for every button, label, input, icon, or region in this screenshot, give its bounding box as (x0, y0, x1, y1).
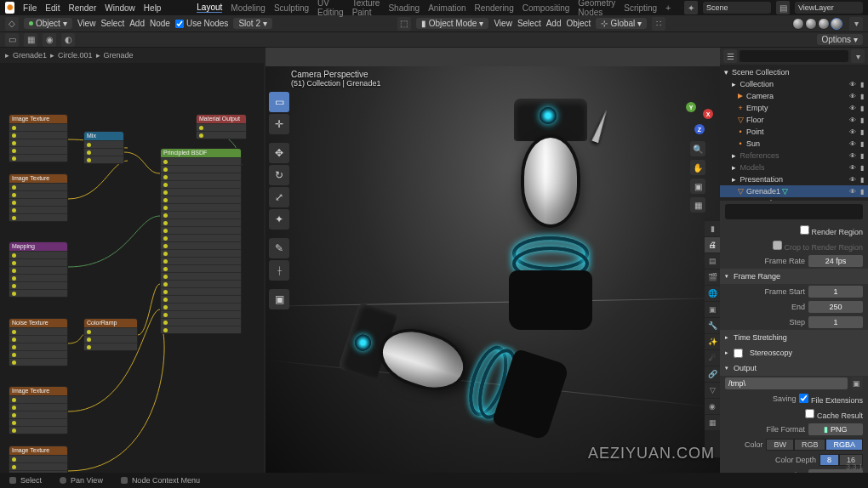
workspace-tab[interactable]: Compositing (523, 3, 570, 13)
section-frame-range[interactable]: Frame Range (720, 269, 868, 284)
shading-wireframe-icon[interactable] (792, 18, 804, 30)
eye-icon[interactable]: 👁 (848, 104, 857, 112)
viewport-shading-selector[interactable] (791, 16, 844, 31)
tool-measure-icon[interactable]: ⟊ (269, 260, 289, 281)
snap-mode-icon[interactable]: ▦ (24, 33, 37, 47)
shader-node[interactable]: Principled BSDF (160, 148, 242, 334)
axis-z-icon[interactable]: Z (694, 124, 705, 134)
tool-move-icon[interactable]: ✥ (269, 143, 289, 163)
use-nodes-toggle[interactable]: Use Nodes (175, 19, 228, 28)
tab-data-icon[interactable]: ▽ (705, 383, 720, 398)
outliner-row[interactable]: Sun 👁▮ (720, 138, 868, 150)
frame-step-field[interactable]: 1 (808, 316, 863, 328)
tool-add-mesh-icon[interactable]: ▣ (269, 289, 289, 309)
vp-menu-object[interactable]: Object (566, 19, 591, 28)
tab-material-icon[interactable]: ◉ (705, 399, 720, 414)
tab-physics-icon[interactable]: ☄ (705, 350, 720, 366)
properties-panel[interactable]: Render Region Crop to Render Region Fram… (720, 201, 868, 473)
overlay-icon[interactable]: ◐ (61, 33, 75, 47)
workspace-tab[interactable]: Rendering (475, 3, 514, 13)
tab-particles-icon[interactable]: ✨ (705, 334, 720, 349)
menu-edit[interactable]: Edit (45, 3, 60, 13)
perspective-toggle-icon[interactable]: ▦ (690, 197, 705, 213)
render-icon[interactable]: ▮ (858, 92, 866, 100)
frame-start-field[interactable]: 1 (808, 286, 863, 298)
section-stereoscopy[interactable]: Stereoscopy (720, 345, 868, 360)
outliner-row[interactable]: ▽Floor 👁▮ (720, 114, 868, 126)
tab-constraints-icon[interactable]: 🔗 (705, 366, 720, 382)
tool-annotate-icon[interactable]: ✎ (269, 238, 289, 258)
section-output[interactable]: Output (720, 360, 868, 376)
slot-select[interactable]: Slot 2 ▾ (233, 18, 272, 29)
render-icon[interactable]: ▮ (858, 80, 866, 88)
folder-icon[interactable]: ▣ (851, 377, 863, 390)
eye-icon[interactable]: 👁 (848, 139, 857, 148)
shader-node[interactable]: Noise Texture (9, 318, 68, 366)
framerate-select[interactable]: 24 fps (808, 255, 863, 267)
outliner-search[interactable] (740, 50, 848, 62)
eye-icon[interactable]: 👁 (848, 151, 857, 160)
tool-cursor-icon[interactable]: ✛ (269, 114, 289, 134)
workspace-tab[interactable]: Modeling (231, 3, 266, 13)
tab-output-icon[interactable]: 🖨 (705, 237, 720, 253)
breadcrumb-item[interactable]: Grenade (104, 51, 134, 60)
render-icon[interactable]: ▮ (858, 128, 866, 136)
shading-material-icon[interactable] (818, 18, 830, 30)
menu-file[interactable]: File (23, 3, 37, 13)
tool-select-box-icon[interactable]: ▭ (269, 92, 289, 112)
editor-type-icon[interactable]: ◇ (5, 17, 19, 31)
menu-window[interactable]: Window (105, 3, 135, 13)
workspace-add-button[interactable]: + (665, 3, 671, 13)
workspace-tab[interactable]: Animation (428, 3, 465, 13)
eye-icon[interactable]: 👁 (848, 187, 857, 196)
outliner-row[interactable]: Collection 👁▮ (720, 78, 868, 90)
outliner-row[interactable]: Camera 👁▮ (720, 90, 868, 102)
cache-result-toggle[interactable]: Cache Result (805, 409, 863, 420)
interaction-mode[interactable]: ▮ Object Mode ▾ (416, 18, 489, 29)
render-icon[interactable]: ▮ (858, 175, 866, 184)
tool-rotate-icon[interactable]: ↻ (269, 165, 289, 185)
tab-viewlayer-icon[interactable]: ▤ (705, 253, 720, 269)
shader-node[interactable]: Mix (83, 131, 124, 164)
outliner-row[interactable]: References 👁▮ (720, 150, 868, 162)
menu-help[interactable]: Help (144, 3, 162, 13)
render-icon[interactable]: ▮ (858, 139, 866, 148)
camera-view-icon[interactable]: ▣ (690, 179, 705, 194)
outliner-row[interactable]: Models 👁▮ (720, 162, 868, 173)
shader-node[interactable]: Image Texture (9, 114, 68, 162)
render-region-toggle[interactable]: Render Region (800, 225, 863, 236)
workspace-tab[interactable]: Sculpting (274, 3, 309, 13)
axis-x-icon[interactable]: X (703, 109, 713, 119)
node-menu-view[interactable]: View (77, 19, 96, 28)
node-menu-add[interactable]: Add (129, 19, 145, 28)
pan-icon[interactable]: ✋ (690, 160, 705, 175)
eye-icon[interactable]: 👁 (848, 80, 857, 88)
render-icon[interactable]: ▮ (858, 163, 866, 172)
output-path-field[interactable]: /tmp\ (725, 377, 848, 389)
orientation-select[interactable]: ⊹ Global ▾ (596, 18, 647, 29)
workspace-tab[interactable]: Shading (388, 3, 420, 13)
node-menu-node[interactable]: Node (150, 19, 170, 28)
viewlayer-field[interactable] (795, 2, 863, 14)
workspace-tab[interactable]: UV Editing (317, 0, 344, 17)
tab-render-icon[interactable]: ▮ (705, 221, 720, 236)
tab-texture-icon[interactable]: ▦ (705, 415, 720, 430)
shader-node[interactable]: Image Texture (9, 173, 68, 222)
eye-icon[interactable]: 👁 (848, 128, 857, 136)
file-extensions-toggle[interactable]: File Extensions (799, 394, 863, 405)
render-icon[interactable]: ▮ (858, 116, 866, 124)
snap-icon[interactable]: ∷ (652, 17, 665, 31)
render-icon[interactable]: ▮ (858, 151, 866, 160)
pivot-icon[interactable]: ◉ (43, 33, 56, 47)
filter-icon[interactable]: ▾ (849, 17, 863, 31)
vp-menu-select[interactable]: Select (517, 19, 541, 28)
breadcrumb-item[interactable]: Circle.001 (58, 51, 93, 60)
viewport-editor-type-icon[interactable]: ⬚ (397, 17, 411, 31)
shader-node[interactable]: ColorRamp (83, 318, 138, 351)
frame-end-field[interactable]: 250 (808, 301, 863, 313)
tab-modifier-icon[interactable]: 🔧 (705, 318, 720, 333)
vp-menu-view[interactable]: View (494, 19, 512, 28)
tab-object-icon[interactable]: ▣ (705, 302, 720, 317)
shading-rendered-icon[interactable] (831, 18, 842, 30)
outliner-row[interactable]: Point 👁▮ (720, 126, 868, 138)
